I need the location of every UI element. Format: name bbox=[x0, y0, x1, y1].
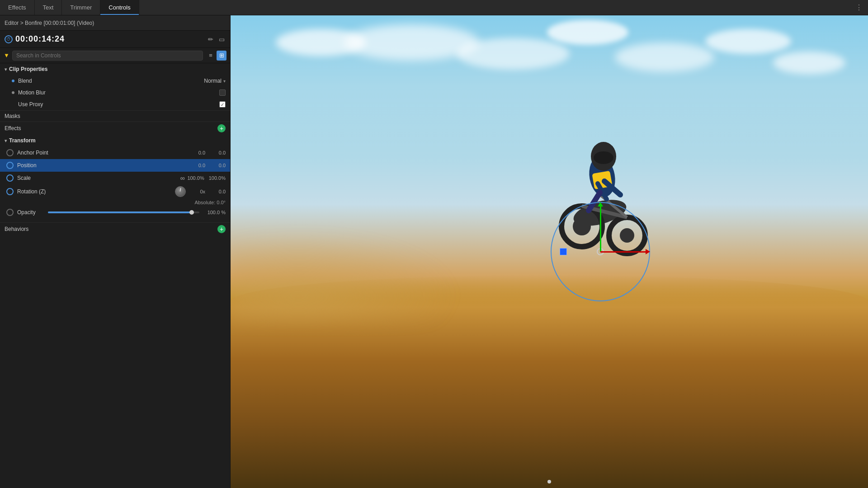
effects-row[interactable]: Effects + bbox=[0, 122, 230, 135]
rotation-absolute: Absolute: 0.0° bbox=[0, 199, 230, 206]
x-axis bbox=[600, 251, 646, 253]
blend-dot bbox=[12, 80, 14, 82]
motion-blur-checkbox[interactable] bbox=[219, 89, 226, 96]
scale-icon bbox=[6, 174, 14, 182]
use-proxy-dot bbox=[12, 103, 14, 106]
anchor-point-icon bbox=[6, 149, 14, 156]
position-row[interactable]: Position 0.0 0.0 bbox=[0, 159, 230, 172]
opacity-slider-thumb[interactable] bbox=[189, 210, 194, 215]
x-axis-arrow bbox=[646, 249, 650, 254]
motion-blur-row[interactable]: Motion Blur bbox=[0, 87, 230, 99]
opacity-slider[interactable] bbox=[48, 211, 199, 213]
cloud-3 bbox=[457, 38, 570, 70]
timecode-actions: ✏ ▭ bbox=[207, 35, 226, 44]
controls-panel: ▾ Clip Properties Blend Normal ▾ Motion … bbox=[0, 63, 230, 488]
rect-icon[interactable]: ▭ bbox=[218, 35, 226, 44]
opacity-icon bbox=[6, 209, 14, 216]
list-view-button[interactable]: ≡ bbox=[206, 51, 216, 61]
cloud-5 bbox=[615, 42, 714, 72]
search-bar: ▼ ≡ ⊞ bbox=[0, 48, 230, 63]
tab-controls[interactable]: Controls bbox=[100, 0, 139, 15]
opacity-slider-fill bbox=[48, 211, 192, 213]
use-proxy-row[interactable]: Use Proxy bbox=[0, 99, 230, 110]
opacity-row[interactable]: Opacity 100.0 % bbox=[0, 206, 230, 219]
tab-trimmer[interactable]: Trimmer bbox=[62, 0, 100, 15]
dust bbox=[231, 232, 457, 323]
view-buttons: ≡ ⊞ bbox=[206, 51, 226, 61]
grid-view-button[interactable]: ⊞ bbox=[217, 51, 226, 61]
motion-blur-dot bbox=[12, 91, 14, 94]
link-icon: ∞ bbox=[180, 174, 184, 182]
tab-effects[interactable]: Effects bbox=[0, 0, 35, 15]
rotation-z-row[interactable]: Rotation (Z) 0x 0.0 bbox=[0, 184, 230, 199]
position-icon bbox=[6, 162, 14, 169]
masks-row[interactable]: Masks bbox=[0, 110, 230, 122]
anchor-point-row[interactable]: Anchor Point 0.0 0.0 bbox=[0, 146, 230, 159]
video-preview[interactable] bbox=[231, 15, 868, 488]
playhead-dot bbox=[547, 480, 551, 483]
rotation-z-icon bbox=[6, 188, 14, 195]
search-input[interactable] bbox=[12, 51, 203, 61]
collapse-arrow: ▾ bbox=[5, 67, 7, 72]
behaviors-add-button[interactable]: + bbox=[217, 225, 226, 233]
video-background bbox=[231, 15, 868, 488]
blend-row[interactable]: Blend Normal ▾ bbox=[0, 75, 230, 87]
y-axis bbox=[600, 206, 601, 252]
blend-dropdown-arrow: ▾ bbox=[223, 79, 226, 84]
left-panel: Editor > Bonfire [00:00:01:00] (Video) ⏱… bbox=[0, 15, 231, 488]
svg-point-10 bbox=[594, 151, 613, 164]
transform-collapse-arrow: ▾ bbox=[5, 138, 7, 143]
main-layout: Editor > Bonfire [00:00:01:00] (Video) ⏱… bbox=[0, 15, 868, 488]
use-proxy-checkbox[interactable] bbox=[219, 101, 226, 108]
filter-icon: ▼ bbox=[4, 52, 9, 59]
scale-row[interactable]: Scale ∞ 100.0% 100.0% bbox=[0, 172, 230, 184]
tab-text[interactable]: Text bbox=[35, 0, 62, 15]
effects-add-button[interactable]: + bbox=[217, 124, 226, 132]
timecode-icon: ⏱ bbox=[5, 35, 13, 43]
cloud-4 bbox=[547, 20, 628, 45]
cloud-6 bbox=[705, 29, 791, 54]
timecode-bar: ⏱ 00:00:14:24 ✏ ▭ bbox=[0, 31, 230, 48]
timecode-value[interactable]: 00:00:14:24 bbox=[15, 34, 207, 44]
tab-bar: Effects Text Trimmer Controls ⋮ bbox=[0, 0, 868, 15]
behaviors-row[interactable]: Behaviors + bbox=[0, 222, 230, 235]
rotation-knob[interactable] bbox=[175, 186, 186, 197]
transform-header[interactable]: ▾ Transform bbox=[0, 135, 230, 146]
breadcrumb: Editor > Bonfire [00:00:01:00] (Video) bbox=[0, 15, 230, 31]
cloud-7 bbox=[773, 52, 845, 74]
clip-properties-header[interactable]: ▾ Clip Properties bbox=[0, 63, 230, 75]
y-axis-arrow bbox=[598, 202, 603, 206]
anchor-square[interactable] bbox=[560, 248, 567, 255]
tab-more-button[interactable]: ⋮ bbox=[850, 0, 868, 15]
pen-icon[interactable]: ✏ bbox=[207, 35, 214, 44]
